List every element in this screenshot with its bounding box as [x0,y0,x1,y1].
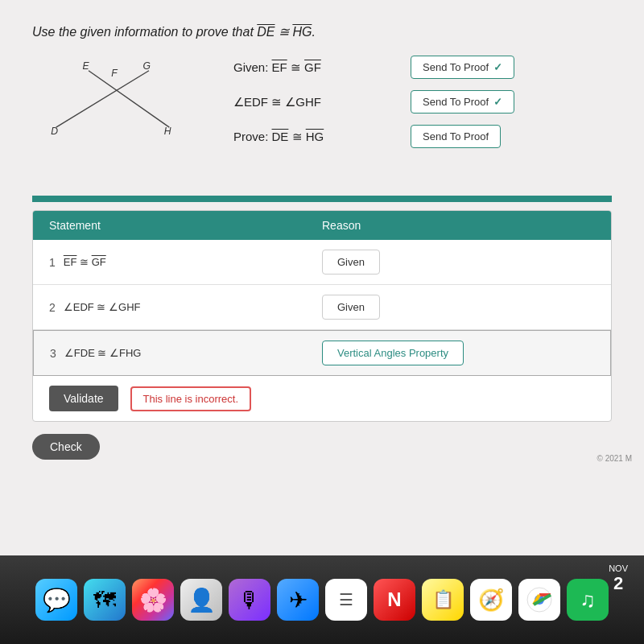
dock-item-safari[interactable]: 🧭 [470,579,512,621]
reason-cell-1: Given [322,250,595,275]
table-header: Statement Reason [33,211,611,240]
dock-day: 2 [609,573,628,594]
validate-row: Validate This line is incorrect. [33,376,611,421]
dock-item-messages[interactable]: 💬 [35,579,77,621]
main-content: Use the given information to prove that … [0,0,644,555]
reason-cell-3: Vertical Angles Property [322,341,594,365]
prove-text: Prove: DE ≅ HG [233,130,394,144]
checkmark-2: ✓ [493,96,502,108]
header-statement: Statement [49,219,322,232]
proof-table: Statement Reason 1 EF ≅ GF Given 2 ∠EDF … [32,210,612,422]
dock-item-notes[interactable]: 📋 [422,579,464,621]
copyright: © 2021 M [597,454,632,463]
svg-text:E: E [83,60,90,72]
dock-item-contacts[interactable]: 👤 [180,579,222,621]
reason-btn-2[interactable]: Given [322,295,380,320]
send-to-proof-btn-2[interactable]: Send To Proof ✓ [411,90,514,114]
table-row: 2 ∠EDF ≅ ∠GHF Given [33,285,611,330]
statement-3: ∠FDE ≅ ∠FHG [64,347,142,359]
dock-item-maps[interactable]: 🗺 [84,579,126,621]
statement-2: ∠EDF ≅ ∠GHF [64,301,141,313]
svg-text:D: D [51,126,58,137]
dock-item-reminders[interactable]: ☰ [325,579,367,621]
page-title: Use the given information to prove that … [32,24,612,39]
send-to-proof-btn-1[interactable]: Send To Proof ✓ [411,56,514,79]
send-to-proof-label-3: Send To Proof [423,130,489,142]
dock-date: NOV 2 [609,564,628,594]
dock-item-spotify[interactable]: ♫ [567,579,609,621]
given-1-text: Given: EF ≅ GF [233,60,394,75]
reason-btn-3[interactable]: Vertical Angles Property [322,341,464,365]
dock-item-photos[interactable]: 🌸 [132,579,174,621]
table-row: 3 ∠FDE ≅ ∠FHG Vertical Angles Property [33,330,611,376]
send-to-proof-label-2: Send To Proof [423,96,489,108]
svg-text:G: G [143,60,151,72]
dock-item-chrome[interactable] [518,579,560,621]
statement-cell-2: 2 ∠EDF ≅ ∠GHF [49,301,322,314]
given-row-2: ∠EDF ≅ ∠GHF Send To Proof ✓ [233,90,612,114]
checkmark-1: ✓ [493,61,502,73]
header-reason: Reason [322,219,595,232]
row-num-1: 1 [49,256,56,269]
dock-item-podcasts[interactable]: 🎙 [229,579,270,621]
given-2-text: ∠EDF ≅ ∠GHF [233,95,394,109]
reason-cell-2: Given [322,295,595,320]
given-row-1: Given: EF ≅ GF Send To Proof ✓ [233,56,612,79]
svg-line-5 [56,71,149,127]
validate-button[interactable]: Validate [49,386,118,411]
svg-text:H: H [164,126,171,137]
statement-cell-1: 1 EF ≅ GF [49,256,322,269]
error-message: This line is incorrect. [130,386,251,411]
table-row: 1 EF ≅ GF Given [33,240,611,285]
dock-month: NOV [609,564,628,573]
prove-row: Prove: DE ≅ HG Send To Proof [233,125,612,148]
top-section: E F G D H Given: EF ≅ GF [32,56,612,180]
dock-item-appstore[interactable]: ✈ [277,579,319,621]
send-to-proof-btn-3[interactable]: Send To Proof [411,125,501,148]
dock-item-news[interactable]: N [374,579,415,621]
svg-line-6 [89,71,169,127]
diagram-container: E F G D H [32,56,209,180]
send-to-proof-label-1: Send To Proof [423,61,489,73]
svg-text:F: F [111,68,118,79]
dock-bar: 💬 🗺 🌸 👤 🎙 ✈ ☰ N 📋 🧭 ♫ NOV 2 [0,555,644,644]
row-num-2: 2 [49,301,56,314]
statement-cell-3: 3 ∠FDE ≅ ∠FHG [50,347,322,360]
reason-btn-1[interactable]: Given [322,250,380,275]
statement-1: EF ≅ GF [64,256,106,268]
teal-separator [32,196,612,202]
check-button[interactable]: Check [32,434,100,460]
given-prove-area: Given: EF ≅ GF Send To Proof ✓ ∠EDF ≅ ∠G… [233,56,612,148]
row-num-3: 3 [50,347,56,360]
geometry-diagram: E F G D H [32,56,193,176]
